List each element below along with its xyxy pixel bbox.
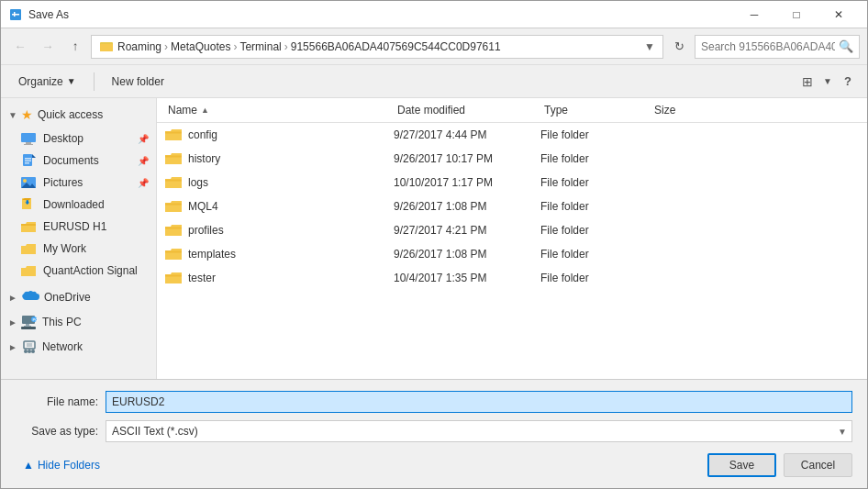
pictures-pin-icon: 📌 [138,178,149,188]
main-content: ▼ ★ Quick access Desktop 📌 Documents 📌 [1,98,867,379]
filename-input[interactable] [106,391,852,413]
thispc-chevron: ► [8,317,17,328]
thispc-icon: PC [21,315,38,329]
sidebar-item-eurusd[interactable]: EURUSD H1 [1,216,156,238]
svg-rect-25 [24,326,31,327]
sidebar: ▼ ★ Quick access Desktop 📌 Documents 📌 [1,98,157,379]
up-button[interactable]: ↑ [63,35,87,59]
svg-rect-2 [14,12,16,17]
new-folder-button[interactable]: New folder [102,70,174,94]
sidebar-item-desktop[interactable]: Desktop 📌 [1,128,156,150]
svg-rect-10 [25,158,31,160]
title-bar: Save As ─ □ ✕ [1,1,867,28]
file-type: File folder [540,176,651,189]
back-button[interactable]: ← [8,35,32,59]
documents-icon [19,153,38,168]
organize-chevron: ▼ [67,76,76,86]
svg-rect-22 [21,269,36,276]
desktop-label: Desktop [43,132,134,145]
svg-text:PC: PC [32,317,38,322]
svg-rect-12 [25,162,29,164]
onedrive-icon [21,291,39,304]
file-name: profiles [188,224,394,237]
savetype-wrapper: ASCII Text (*.csv)All Files (*.*) ▼ [106,420,852,442]
folder-icon [164,197,183,216]
quantaction-label: QuantAction Signal [43,264,149,277]
svg-rect-7 [24,144,33,145]
file-list: Name ▲ Date modified Type Size [157,98,867,379]
sidebar-item-pictures[interactable]: Pictures 📌 [1,172,156,194]
cancel-button[interactable]: Cancel [784,453,852,477]
maximize-button[interactable]: □ [775,1,818,28]
search-icon: 🔍 [839,39,853,53]
svg-rect-20 [21,224,36,226]
save-as-dialog: Save As ─ □ ✕ ← → ↑ Roaming › MetaQuotes… [0,0,868,489]
svg-rect-5 [21,133,36,142]
organize-button[interactable]: Organize ▼ [8,70,86,94]
search-box: 🔍 [695,35,860,59]
network-header[interactable]: ► Network [1,335,156,359]
file-list-header: Name ▲ Date modified Type Size [157,98,867,123]
save-button[interactable]: Save [707,453,776,477]
svg-point-31 [24,350,28,353]
file-date: 9/27/2017 4:21 PM [394,224,540,237]
onedrive-header[interactable]: ► OneDrive [1,285,156,309]
sidebar-item-quantaction[interactable]: QuantAction Signal [1,260,156,282]
column-size-header[interactable]: Size [651,102,724,118]
sidebar-item-mywork[interactable]: My Work [1,238,156,260]
bottom-footer: ▲ Hide Folders Save Cancel [16,450,852,481]
table-row[interactable]: profiles 9/27/2017 4:21 PM File folder [157,218,867,242]
sidebar-item-documents[interactable]: Documents 📌 [1,150,156,172]
help-button[interactable]: ? [836,70,860,94]
svg-rect-42 [165,180,182,182]
search-input[interactable] [701,40,835,53]
desktop-icon [19,131,38,146]
file-date: 9/27/2017 4:44 PM [394,128,540,141]
file-type: File folder [540,248,651,261]
window-controls: ─ □ ✕ [733,1,860,28]
quantaction-folder-icon [19,263,38,278]
minimize-button[interactable]: ─ [733,1,775,28]
folder-icon [164,269,183,287]
table-row[interactable]: MQL4 9/26/2017 1:08 PM File folder [157,194,867,218]
close-button[interactable]: ✕ [818,1,860,28]
folder-icon [164,221,183,239]
quick-access-chevron: ▼ [8,110,17,120]
pictures-label: Pictures [43,176,134,189]
bottom-section: File name: Save as type: ASCII Text (*.c… [1,379,867,488]
file-name: templates [188,248,394,261]
hide-folders-button[interactable]: ▲ Hide Folders [16,453,107,477]
quick-access-header[interactable]: ▼ ★ Quick access [1,102,156,128]
table-row[interactable]: history 9/26/2017 10:17 PM File folder [157,147,867,171]
downloaded-label: Downloaded [43,198,149,211]
refresh-button[interactable]: ↻ [667,35,691,59]
thispc-header[interactable]: ► PC This PC [1,309,156,335]
dialog-buttons: Save Cancel [707,453,852,477]
column-type-header[interactable]: Type [540,102,651,118]
path-dropdown-icon: ▼ [644,40,655,53]
mywork-folder-icon [19,241,38,256]
toolbar: Organize ▼ New folder ⊞ ▼ ? [1,65,867,98]
view-chevron: ▼ [823,76,832,86]
svg-rect-4 [100,44,113,51]
svg-rect-30 [27,343,32,347]
table-row[interactable]: config 9/27/2017 4:44 PM File folder [157,123,867,147]
view-button[interactable]: ⊞ [796,70,819,94]
savetype-select[interactable]: ASCII Text (*.csv)All Files (*.*) [106,420,852,442]
svg-rect-6 [26,142,31,144]
address-path[interactable]: Roaming › MetaQuotes › Terminal › 915566… [91,35,663,59]
svg-rect-48 [165,251,182,253]
savetype-row: Save as type: ASCII Text (*.csv)All File… [16,420,852,442]
sidebar-item-downloaded[interactable]: Downloaded [1,194,156,216]
forward-button[interactable]: → [36,35,60,59]
column-name-header[interactable]: Name ▲ [164,102,394,118]
table-row[interactable]: tester 10/4/2017 1:35 PM File folder [157,266,867,290]
file-name: tester [188,272,394,284]
file-type: File folder [540,152,651,165]
table-row[interactable]: logs 10/10/2017 1:17 PM File folder [157,171,867,194]
column-date-header[interactable]: Date modified [394,102,540,118]
table-row[interactable]: templates 9/26/2017 1:08 PM File folder [157,242,867,266]
eurusd-folder-icon [19,219,38,234]
documents-pin-icon: 📌 [138,156,149,166]
folder-icon [164,173,183,192]
